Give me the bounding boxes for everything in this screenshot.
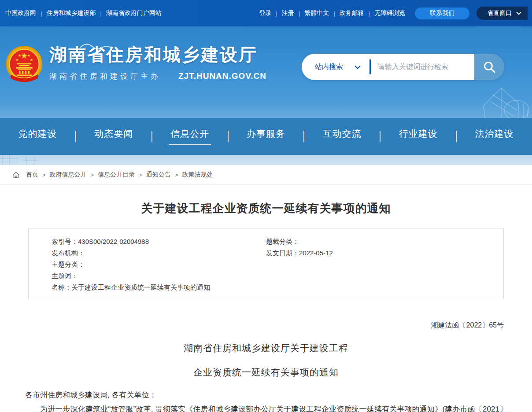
meta-row-index-no: 索引号：430S00/2022-02004988 [52,236,266,247]
meta-label: 主题词： [52,272,78,280]
search-scope-select[interactable]: 站内搜索 [302,63,369,72]
emblem-small-star: ★ [18,53,22,58]
provincial-window-label: 省直窗口 [487,9,512,17]
nav-item-services[interactable]: 办事服务 [229,118,304,155]
document-meta-box: 索引号：430S00/2022-02004988 发布机构： 主题分类： 主题词… [28,228,504,299]
site-title: 湖南省住房和城乡建设厅 [49,45,266,64]
link-gov-mail[interactable]: 政务邮箱 [340,9,364,17]
page-title: 关于建设工程企业资质统一延续有关事项的通知 [0,201,532,216]
meta-label: 题裁分类： [266,238,299,245]
emblem-small-star: ★ [27,53,30,58]
breadcrumb-home[interactable]: 首页 [26,171,38,179]
contact-us-button[interactable]: 联系我们 [415,7,469,19]
nav-item-info-disclosure[interactable]: 信息公开 [152,118,228,155]
meta-value: 430S00/2022-02004988 [78,238,149,245]
body-title-line1: 湖南省住房和城乡建设厅关于建设工程 [0,342,532,354]
separator [100,10,101,17]
meta-label: 发文日期： [266,249,299,257]
link-hunan-portal[interactable]: 湖南省政府门户网站 [106,9,162,17]
nav-item-industry[interactable]: 行业建设 [381,118,456,155]
site-subtitle: 湖南省住房和建设厅主办 [49,71,161,81]
provincial-window-button[interactable]: 省直窗口 [477,7,528,20]
emblem-small-star: ★ [30,58,33,62]
separator [299,10,300,17]
article: 关于建设工程企业资质统一延续有关事项的通知 索引号：430S00/2022-02… [0,185,532,412]
nav-item-party-building[interactable]: 党的建设 [0,118,75,155]
meta-row-name: 名称：关于建设工程企业资质统一延续有关事项的通知 [52,282,266,293]
meta-left-column: 索引号：430S00/2022-02004988 发布机构： 主题分类： 主题词… [52,236,266,293]
meta-row-issuing-agency: 发布机构： [52,247,266,259]
breadcrumb-separator [91,172,94,178]
meta-row-issue-date: 发文日期：2022-05-12 [266,247,333,259]
search-icon [483,60,496,74]
site-search: 站内搜索 [302,54,504,80]
page: 中国政府网 住房和城乡建设部 湖南省政府门户网站 登录 注册 繁體中文 政务邮箱… [0,0,532,412]
nav-item-label: 法治建设 [475,128,514,145]
nav-item-label: 动态要闻 [94,128,133,145]
breadcrumb-info-catalog[interactable]: 信息公开目录 [98,171,135,179]
salutation: 各市州住房和城乡建设局, 各有关单位： [25,389,507,401]
separator [333,10,335,17]
body-paragraph: 为进一步深化建筑业“放管服”改革, 贯彻落实《住房和城乡建设部办公厅关于建设工程… [25,403,507,412]
nav-item-label: 互动交流 [323,128,362,145]
document-number: 湘建法函〔2022〕65号 [28,321,504,330]
nav-item-label: 信息公开 [170,128,209,145]
site-header: ★ ★ ★ ★ ★ 湖南省住房和城乡建设厅 [0,26,532,165]
breadcrumb-policy-dept[interactable]: 政策法规处 [182,171,213,179]
link-china-gov[interactable]: 中国政府网 [5,9,36,17]
breadcrumb-separator [139,172,142,178]
site-url: ZJT.HUNAN.GOV.CN [178,71,266,81]
topbar-left-links: 中国政府网 住房和城乡建设部 湖南省政府门户网站 [5,9,162,17]
nav-item-rule-of-law[interactable]: 法治建设 [457,118,532,155]
emblem-small-star: ★ [15,58,19,62]
chevron-down-icon [516,11,521,15]
search-input[interactable] [371,63,474,71]
national-emblem-logo[interactable]: ★ ★ ★ ★ ★ [5,45,43,85]
nav-item-news[interactable]: 动态要闻 [76,118,151,155]
meta-row-topic-category: 主题分类： [52,259,266,270]
home-icon[interactable] [12,171,20,179]
meta-label: 发布机构： [52,249,85,257]
breadcrumb: 首页 政府信息公开 信息公开目录 通知公告 政策法规处 [0,165,532,185]
header-bottom-strip [0,155,532,165]
meta-value: 关于建设工程企业资质统一延续有关事项的通知 [71,283,210,291]
breadcrumb-separator [42,172,46,178]
separator [41,10,42,17]
breadcrumb-separator [175,172,178,178]
search-field-wrap: 站内搜索 [302,54,474,80]
search-button[interactable] [474,54,504,80]
meta-label: 索引号： [52,238,78,245]
nav-item-label: 党的建设 [18,128,57,145]
separator [276,10,277,17]
body-text: 各市州住房和城乡建设局, 各有关单位： 为进一步深化建筑业“放管服”改革, 贯彻… [0,389,532,412]
search-scope-label: 站内搜索 [315,63,343,72]
breadcrumb-notices[interactable]: 通知公告 [146,171,171,179]
nav-item-label: 办事服务 [247,128,285,145]
logo-row: ★ ★ ★ ★ ★ 湖南省住房和城乡建设厅 [5,45,266,85]
topbar-right-links: 登录 注册 繁體中文 政务邮箱 无障碍浏览 联系我们 省直窗口 [259,7,528,20]
meta-row-genre-category: 题裁分类： [266,236,333,247]
building-lines-decoration [0,155,70,165]
nav-item-label: 行业建设 [399,128,438,145]
nav-item-interaction[interactable]: 互动交流 [304,118,380,155]
separator [369,10,370,17]
meta-label: 主题分类： [52,261,85,268]
link-traditional-chinese[interactable]: 繁體中文 [304,9,329,17]
body-title-line2: 企业资质统一延续有关事项的通知 [0,366,532,379]
meta-value: 2022-05-12 [299,249,333,257]
meta-label: 名称： [52,283,71,291]
main-nav: 党的建设 动态要闻 信息公开 办事服务 互动交流 行业建设 法治建设 [0,118,532,155]
link-accessibility[interactable]: 无障碍浏览 [374,9,405,17]
meta-row-keywords: 主题词： [52,270,266,282]
link-register[interactable]: 注册 [282,9,294,17]
meta-right-column: 题裁分类： 发文日期：2022-05-12 [266,236,333,293]
link-mohurd[interactable]: 住房和城乡建设部 [46,9,96,17]
top-utility-bar: 中国政府网 住房和城乡建设部 湖南省政府门户网站 登录 注册 繁體中文 政务邮箱… [0,0,532,26]
chevron-down-icon [355,65,361,69]
site-subtitle-row: 湖南省住房和建设厅主办 ZJT.HUNAN.GOV.CN [49,71,266,81]
site-titles: 湖南省住房和城乡建设厅 湖南省住房和建设厅主办 ZJT.HUNAN.GOV.CN [49,45,266,81]
link-login[interactable]: 登录 [259,9,271,17]
breadcrumb-gov-info[interactable]: 政府信息公开 [50,171,87,179]
